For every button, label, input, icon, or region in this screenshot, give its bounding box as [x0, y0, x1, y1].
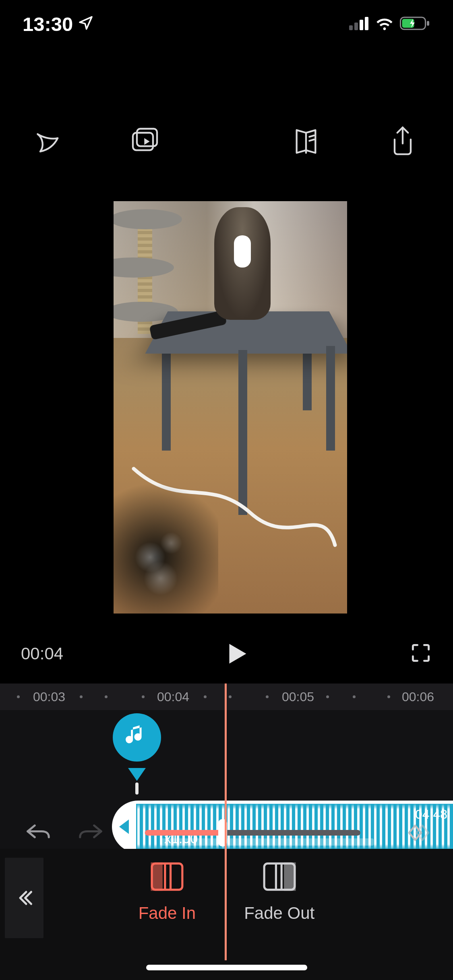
home-indicator[interactable] [146, 965, 307, 970]
svg-rect-1 [354, 23, 358, 30]
svg-rect-8 [137, 129, 157, 146]
svg-line-10 [309, 140, 314, 141]
status-time: 13:30 [23, 13, 73, 35]
svg-rect-2 [360, 20, 363, 30]
svg-rect-3 [365, 17, 368, 30]
zoom-slider[interactable] [145, 830, 360, 836]
svg-rect-0 [349, 25, 353, 30]
ruler-label: 00:05 [282, 690, 314, 704]
battery-icon [400, 16, 430, 32]
fade-out-label: Fade Out [244, 904, 314, 923]
location-icon [78, 13, 94, 35]
fade-in-icon [150, 861, 184, 894]
music-note-icon [124, 723, 150, 751]
top-toolbar [0, 117, 453, 165]
fade-out-button[interactable]: Fade Out [244, 861, 314, 923]
fullscreen-button[interactable] [410, 642, 432, 666]
svg-rect-14 [152, 863, 161, 889]
fade-out-icon [262, 861, 297, 894]
svg-rect-6 [427, 21, 429, 26]
status-right [349, 16, 430, 32]
status-bar: 13:30 [0, 0, 453, 48]
preview-decor [214, 207, 271, 320]
tutorials-button[interactable] [292, 125, 324, 157]
audio-marker-line [135, 782, 139, 795]
ruler-label: 00:03 [33, 690, 65, 704]
preview-decor [114, 473, 218, 614]
keyframe-button[interactable] [401, 821, 429, 845]
audio-start-marker[interactable] [113, 713, 161, 774]
play-button[interactable] [222, 640, 250, 668]
svg-rect-7 [133, 133, 153, 150]
svg-rect-18 [285, 863, 294, 889]
cellular-icon [349, 16, 369, 32]
playback-row: 00:04 [0, 636, 453, 672]
ruler-label: 00:04 [157, 690, 189, 704]
current-time: 00:04 [21, 644, 63, 663]
fade-in-label: Fade In [139, 904, 196, 923]
zoom-fill [145, 830, 223, 836]
home-logo-button[interactable] [32, 125, 64, 157]
share-button[interactable] [389, 125, 421, 157]
status-left: 13:30 [23, 13, 94, 35]
fade-in-button[interactable]: Fade In [139, 861, 196, 923]
redo-button[interactable] [77, 821, 105, 845]
video-preview[interactable] [114, 201, 347, 614]
svg-line-9 [309, 136, 314, 137]
ruler-label: 00:06 [402, 690, 434, 704]
undo-button[interactable] [24, 821, 52, 845]
projects-button[interactable] [129, 125, 161, 157]
playhead[interactable] [225, 684, 227, 960]
wifi-icon [375, 16, 394, 32]
